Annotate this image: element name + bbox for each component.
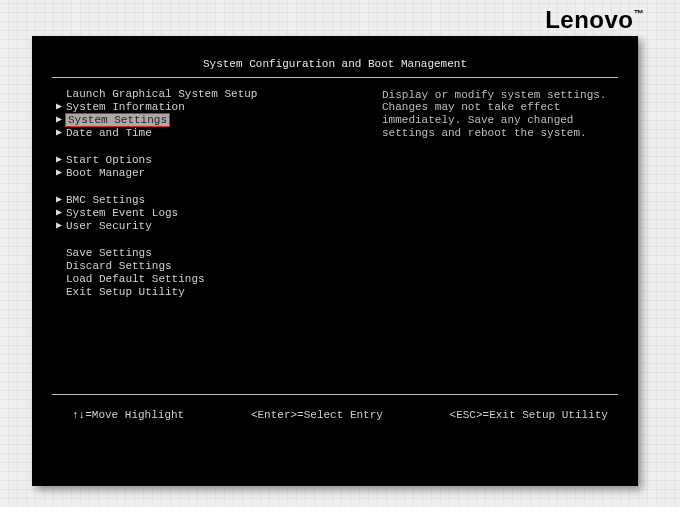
menu-arrow-icon: ▶ bbox=[56, 167, 66, 179]
menu-pane: ▶ Launch Graphical System Setup ▶ System… bbox=[52, 88, 352, 388]
menu-boot-manager[interactable]: ▶ Boot Manager bbox=[52, 167, 352, 180]
hint-move: ↑↓=Move Highlight bbox=[72, 409, 184, 422]
hint-select: <Enter>=Select Entry bbox=[251, 409, 383, 422]
help-pane: Display or modify system settings. Chang… bbox=[382, 88, 618, 388]
menu-arrow-icon: ▶ bbox=[56, 101, 66, 113]
help-text: Display or modify system settings. Chang… bbox=[382, 89, 606, 139]
menu-arrow-icon: ▶ bbox=[56, 220, 66, 232]
menu-bmc-settings[interactable]: ▶ BMC Settings bbox=[52, 194, 352, 207]
menu-arrow-icon: ▶ bbox=[56, 207, 66, 219]
menu-launch-graphical-setup[interactable]: ▶ Launch Graphical System Setup bbox=[52, 88, 352, 101]
menu-save-settings[interactable]: ▶ Save Settings bbox=[52, 247, 352, 260]
page-title: System Configuration and Boot Management bbox=[203, 58, 467, 70]
menu-arrow-icon: ▶ bbox=[56, 127, 66, 139]
hint-exit: <ESC>=Exit Setup Utility bbox=[450, 409, 608, 422]
key-hints: ↑↓=Move Highlight <Enter>=Select Entry <… bbox=[52, 405, 618, 422]
menu-start-options[interactable]: ▶ Start Options bbox=[52, 154, 352, 167]
menu-exit-setup-utility[interactable]: ▶ Exit Setup Utility bbox=[52, 286, 352, 299]
menu-load-default-settings[interactable]: ▶ Load Default Settings bbox=[52, 273, 352, 286]
menu-system-event-logs[interactable]: ▶ System Event Logs bbox=[52, 207, 352, 220]
menu-arrow-icon: ▶ bbox=[56, 114, 66, 126]
bios-window: System Configuration and Boot Management… bbox=[32, 36, 638, 486]
menu-arrow-icon: ▶ bbox=[56, 154, 66, 166]
menu-discard-settings[interactable]: ▶ Discard Settings bbox=[52, 260, 352, 273]
menu-group-main: ▶ Launch Graphical System Setup ▶ System… bbox=[52, 88, 352, 140]
menu-date-and-time[interactable]: ▶ Date and Time bbox=[52, 127, 352, 140]
menu-system-settings[interactable]: ▶ System Settings bbox=[52, 114, 352, 127]
menu-user-security[interactable]: ▶ User Security bbox=[52, 220, 352, 233]
trademark: ™ bbox=[634, 8, 645, 19]
menu-arrow-icon: ▶ bbox=[56, 194, 66, 206]
lenovo-logo: Lenovo™ bbox=[545, 6, 644, 34]
menu-system-information[interactable]: ▶ System Information bbox=[52, 101, 352, 114]
divider-top bbox=[52, 77, 618, 78]
divider-bottom bbox=[52, 394, 618, 395]
menu-group-boot: ▶ Start Options ▶ Boot Manager bbox=[52, 154, 352, 180]
menu-group-exit: ▶ Save Settings ▶ Discard Settings ▶ Loa… bbox=[52, 247, 352, 299]
menu-group-admin: ▶ BMC Settings ▶ System Event Logs ▶ Use… bbox=[52, 194, 352, 233]
content-area: ▶ Launch Graphical System Setup ▶ System… bbox=[52, 88, 618, 388]
